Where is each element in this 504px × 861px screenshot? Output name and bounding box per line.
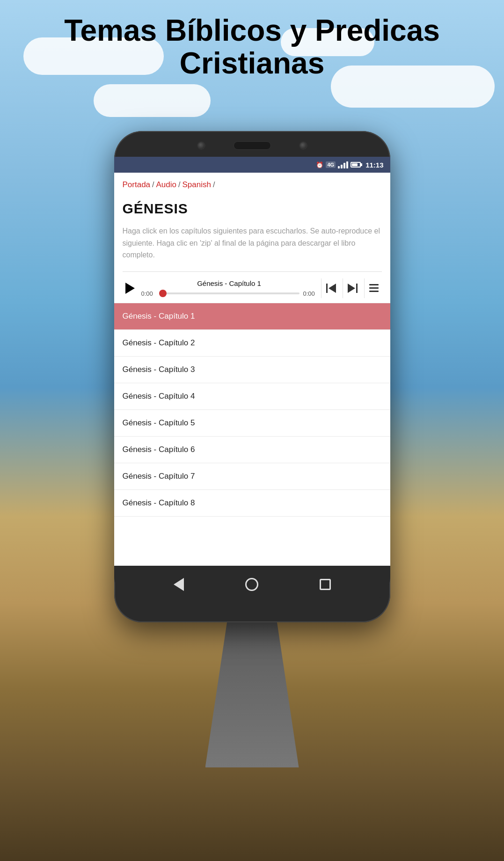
- phone-bottom-nav: [114, 566, 390, 603]
- track-item-8[interactable]: Génesis - Capítulo 8: [114, 490, 390, 517]
- breadcrumb-sep-2: /: [178, 181, 180, 189]
- track-item-2[interactable]: Génesis - Capítulo 2: [114, 330, 390, 357]
- play-icon: [125, 283, 135, 294]
- progress-row: 0:00 0:00: [141, 290, 317, 297]
- status-icons: ⏰ 4G 11:13: [316, 161, 383, 169]
- track-item-6[interactable]: Génesis - Capítulo 6: [114, 437, 390, 463]
- breadcrumb-portada[interactable]: Portada: [123, 180, 151, 190]
- breadcrumb-sep-3: /: [213, 181, 215, 189]
- status-bar: ⏰ 4G 11:13: [114, 157, 390, 173]
- divider-1: [123, 271, 382, 272]
- back-icon: [174, 578, 184, 591]
- app-title: Temas Bíblicos y Predicas Cristianas: [0, 14, 504, 80]
- player-controls: [321, 278, 384, 298]
- skip-next-icon: [348, 284, 358, 293]
- lte-badge: 4G: [326, 161, 336, 168]
- track-item-7[interactable]: Génesis - Capítulo 7: [114, 463, 390, 490]
- phone-frame: ⏰ 4G 11:13 Portada / Audio / Spanish / G…: [114, 131, 390, 622]
- time-start: 0:00: [141, 290, 155, 297]
- phone-speaker: [234, 141, 271, 150]
- time-end: 0:00: [303, 290, 317, 297]
- progress-bar[interactable]: [159, 292, 299, 294]
- track-list: Génesis - Capítulo 1 Génesis - Capítulo …: [114, 303, 390, 517]
- breadcrumb-audio[interactable]: Audio: [156, 180, 176, 190]
- status-time: 11:13: [365, 161, 383, 169]
- menu-button[interactable]: [364, 278, 384, 298]
- page-title: GÉNESIS: [114, 194, 390, 221]
- menu-icon: [369, 284, 379, 292]
- breadcrumb: Portada / Audio / Spanish /: [114, 173, 390, 194]
- home-icon: [245, 578, 258, 591]
- front-sensor: [299, 141, 307, 150]
- track-item-5[interactable]: Génesis - Capítulo 5: [114, 410, 390, 437]
- play-button[interactable]: [121, 280, 138, 297]
- skip-next-button[interactable]: [343, 278, 362, 298]
- page-description: Haga click en los capítulos siguientes p…: [114, 221, 390, 270]
- progress-dot: [159, 290, 167, 297]
- nav-back-button[interactable]: [168, 574, 189, 595]
- skip-prev-button[interactable]: [321, 278, 341, 298]
- cloud-4: [94, 84, 211, 117]
- signal-bars: [338, 161, 348, 168]
- track-item-4[interactable]: Génesis - Capítulo 4: [114, 383, 390, 410]
- recents-icon: [320, 579, 331, 590]
- phone-top-bar: [114, 131, 390, 157]
- player-center: Génesis - Capítulo 1 0:00 0:00: [141, 279, 317, 297]
- breadcrumb-sep-1: /: [152, 181, 154, 189]
- nav-recents-button[interactable]: [315, 574, 336, 595]
- track-title: Génesis - Capítulo 1: [197, 279, 261, 287]
- track-item-1[interactable]: Génesis - Capítulo 1: [114, 303, 390, 330]
- phone-screen: Portada / Audio / Spanish / GÉNESIS Haga…: [114, 173, 390, 566]
- track-item-3[interactable]: Génesis - Capítulo 3: [114, 357, 390, 383]
- skip-prev-icon: [326, 284, 336, 293]
- nav-home-button[interactable]: [241, 574, 262, 595]
- breadcrumb-spanish[interactable]: Spanish: [182, 180, 211, 190]
- audio-player: Génesis - Capítulo 1 0:00 0:00: [114, 274, 390, 303]
- front-camera: [197, 141, 205, 150]
- battery-icon: [351, 162, 361, 168]
- alarm-icon: ⏰: [316, 161, 323, 168]
